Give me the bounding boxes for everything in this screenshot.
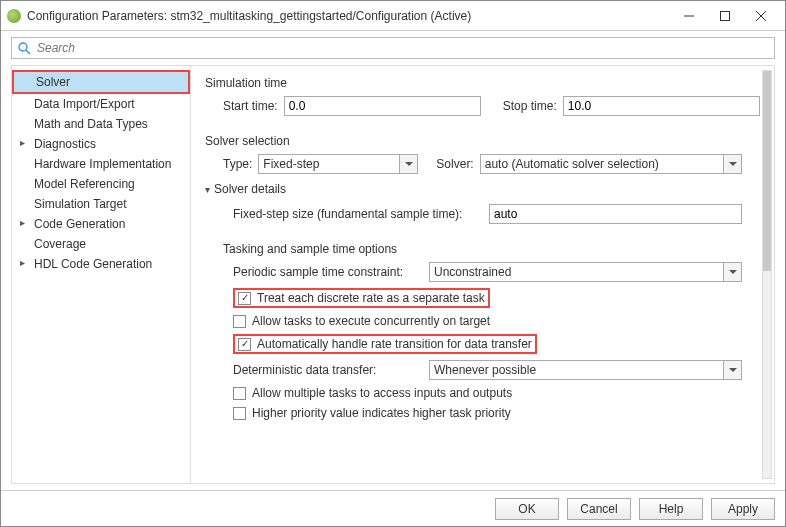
sidebar-item-hdl-code-generation[interactable]: HDL Code Generation bbox=[12, 254, 190, 274]
maximize-button[interactable] bbox=[707, 2, 743, 30]
svg-rect-1 bbox=[721, 11, 730, 20]
sidebar-item-hardware-implementation[interactable]: Hardware Implementation bbox=[12, 154, 190, 174]
solver-selection-row: Type: Fixed-step Solver: auto (Automatic… bbox=[223, 154, 760, 174]
scrollbar-thumb[interactable] bbox=[763, 71, 771, 271]
cancel-button[interactable]: Cancel bbox=[567, 498, 631, 520]
solver-details-label: Solver details bbox=[214, 182, 286, 196]
sidebar-item-diagnostics[interactable]: Diagnostics bbox=[12, 134, 190, 154]
search-icon bbox=[18, 42, 31, 55]
fixed-step-label: Fixed-step size (fundamental sample time… bbox=[233, 207, 483, 221]
chevron-down-icon bbox=[723, 263, 741, 281]
deterministic-dropdown[interactable]: Whenever possible bbox=[429, 360, 742, 380]
type-dropdown[interactable]: Fixed-step bbox=[258, 154, 418, 174]
titlebar: Configuration Parameters: stm32_multitas… bbox=[1, 1, 785, 31]
deterministic-row: Deterministic data transfer: Whenever po… bbox=[233, 360, 760, 380]
search-bar bbox=[1, 31, 785, 65]
solver-label: Solver: bbox=[436, 157, 473, 171]
content-pane: Simulation time Start time: Stop time: S… bbox=[191, 65, 775, 484]
sidebar-item-math-data-types[interactable]: Math and Data Types bbox=[12, 114, 190, 134]
stop-time-input[interactable] bbox=[563, 96, 760, 116]
fixed-step-row: Fixed-step size (fundamental sample time… bbox=[233, 204, 760, 224]
solver-value: auto (Automatic solver selection) bbox=[481, 157, 723, 171]
cb-row-priority: Higher priority value indicates higher t… bbox=[233, 406, 760, 420]
simulation-time-heading: Simulation time bbox=[205, 76, 760, 90]
fixed-step-input[interactable] bbox=[489, 204, 742, 224]
apply-button[interactable]: Apply bbox=[711, 498, 775, 520]
sidebar-item-model-referencing[interactable]: Model Referencing bbox=[12, 174, 190, 194]
checkbox-higher-priority[interactable] bbox=[233, 407, 246, 420]
close-button[interactable] bbox=[743, 2, 779, 30]
search-input[interactable] bbox=[35, 40, 768, 56]
app-icon bbox=[7, 9, 21, 23]
config-params-window: Configuration Parameters: stm32_multitas… bbox=[0, 0, 786, 527]
chevron-down-icon bbox=[723, 361, 741, 379]
simulation-time-row: Start time: Stop time: bbox=[223, 96, 760, 116]
checkbox-multiple-access-label: Allow multiple tasks to access inputs an… bbox=[252, 386, 512, 400]
cb-row-multiple-access: Allow multiple tasks to access inputs an… bbox=[233, 386, 760, 400]
close-icon bbox=[756, 11, 766, 21]
tasking-heading: Tasking and sample time options bbox=[223, 242, 760, 256]
minimize-button[interactable] bbox=[671, 2, 707, 30]
footer: OK Cancel Help Apply bbox=[1, 490, 785, 526]
ok-button[interactable]: OK bbox=[495, 498, 559, 520]
type-value: Fixed-step bbox=[259, 157, 399, 171]
start-time-label: Start time: bbox=[223, 99, 278, 113]
window-title: Configuration Parameters: stm32_multitas… bbox=[27, 9, 671, 23]
checkbox-allow-concurrent[interactable] bbox=[233, 315, 246, 328]
periodic-dropdown[interactable]: Unconstrained bbox=[429, 262, 742, 282]
search-box[interactable] bbox=[11, 37, 775, 59]
solver-selection-heading: Solver selection bbox=[205, 134, 760, 148]
checkbox-auto-rate-transition[interactable] bbox=[238, 338, 251, 351]
cb-row-treat: Treat each discrete rate as a separate t… bbox=[233, 288, 760, 308]
checkbox-allow-concurrent-label: Allow tasks to execute concurrently on t… bbox=[252, 314, 490, 328]
cb-row-auto-rate: Automatically handle rate transition for… bbox=[233, 334, 760, 354]
svg-line-5 bbox=[26, 50, 30, 54]
deterministic-value: Whenever possible bbox=[430, 363, 723, 377]
checkbox-multiple-tasks-access[interactable] bbox=[233, 387, 246, 400]
checkbox-treat-label: Treat each discrete rate as a separate t… bbox=[257, 291, 485, 305]
periodic-label: Periodic sample time constraint: bbox=[233, 265, 423, 279]
stop-time-label: Stop time: bbox=[503, 99, 557, 113]
help-button[interactable]: Help bbox=[639, 498, 703, 520]
sidebar-item-data-import-export[interactable]: Data Import/Export bbox=[12, 94, 190, 114]
type-label: Type: bbox=[223, 157, 252, 171]
periodic-row: Periodic sample time constraint: Unconst… bbox=[233, 262, 760, 282]
scrollbar[interactable] bbox=[762, 70, 772, 479]
svg-point-4 bbox=[19, 43, 27, 51]
sidebar-item-solver[interactable]: Solver bbox=[12, 70, 190, 94]
chevron-down-icon bbox=[723, 155, 741, 173]
solver-dropdown[interactable]: auto (Automatic solver selection) bbox=[480, 154, 742, 174]
start-time-input[interactable] bbox=[284, 96, 481, 116]
deterministic-label: Deterministic data transfer: bbox=[233, 363, 423, 377]
sidebar-item-coverage[interactable]: Coverage bbox=[12, 234, 190, 254]
sidebar-item-simulation-target[interactable]: Simulation Target bbox=[12, 194, 190, 214]
sidebar-item-code-generation[interactable]: Code Generation bbox=[12, 214, 190, 234]
solver-details-heading[interactable]: Solver details bbox=[205, 182, 760, 196]
chevron-down-icon bbox=[399, 155, 417, 173]
category-sidebar[interactable]: Solver Data Import/Export Math and Data … bbox=[11, 65, 191, 484]
cb-row-allow-concurrent: Allow tasks to execute concurrently on t… bbox=[233, 314, 760, 328]
periodic-value: Unconstrained bbox=[430, 265, 723, 279]
body: Solver Data Import/Export Math and Data … bbox=[1, 65, 785, 490]
checkbox-priority-label: Higher priority value indicates higher t… bbox=[252, 406, 511, 420]
checkbox-treat-discrete-rate[interactable] bbox=[238, 292, 251, 305]
minimize-icon bbox=[684, 11, 694, 21]
maximize-icon bbox=[720, 11, 730, 21]
checkbox-auto-rate-label: Automatically handle rate transition for… bbox=[257, 337, 532, 351]
